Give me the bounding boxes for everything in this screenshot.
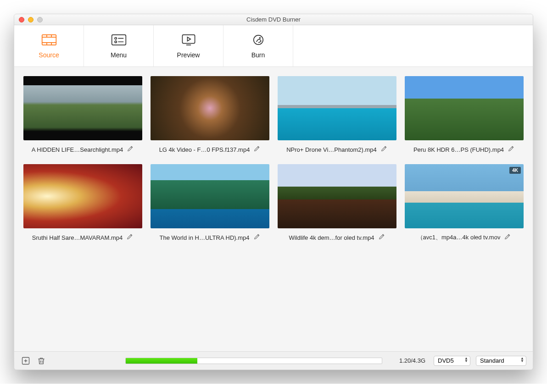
svg-marker-13 <box>187 37 190 41</box>
disc-type-select[interactable]: DVD5 ▲▼ <box>434 356 470 366</box>
video-filename: Peru 8K HDR 6…PS (FUHD).mp4 <box>413 146 504 153</box>
video-thumbnail[interactable] <box>405 76 524 140</box>
video-thumbnail[interactable] <box>151 164 269 228</box>
quality-select[interactable]: Standard ▲▼ <box>476 356 526 366</box>
video-grid: A HIDDEN LIFE…Searchlight.mp4LG 4k Video… <box>23 76 524 244</box>
video-filename: Sruthi Half Sare…MAVARAM.mp4 <box>32 234 123 241</box>
video-filename: NPro+ Drone Vi…Phantom2).mp4 <box>286 146 377 153</box>
video-filename: The World in H…ULTRA HD).mp4 <box>159 234 249 241</box>
quality-value: Standard <box>480 357 504 364</box>
menu-icon <box>111 33 127 48</box>
titlebar: Cisdem DVD Burner <box>14 14 533 25</box>
edit-icon[interactable] <box>253 233 261 242</box>
edit-icon[interactable] <box>504 233 511 242</box>
tab-preview[interactable]: Preview <box>154 25 223 66</box>
label-row: Wildlife 4k dem…for oled tv.mp4 <box>278 228 396 244</box>
edit-icon[interactable] <box>253 145 261 154</box>
preview-icon <box>181 33 196 48</box>
svg-rect-7 <box>112 34 126 44</box>
video-item: Wildlife 4k dem…for oled tv.mp4 <box>278 164 396 244</box>
video-item: A HIDDEN LIFE…Searchlight.mp4 <box>23 76 142 156</box>
video-thumbnail[interactable] <box>23 76 142 140</box>
tab-burn[interactable]: Burn <box>223 25 293 66</box>
resolution-badge: 4K <box>509 167 521 174</box>
svg-point-15 <box>253 35 262 44</box>
label-row: LG 4k Video - F…0 FPS.f137.mp4 <box>151 140 269 156</box>
label-row: Peru 8K HDR 6…PS (FUHD).mp4 <box>405 140 524 156</box>
edit-icon[interactable] <box>378 233 385 242</box>
video-thumbnail[interactable] <box>278 76 396 140</box>
app-window: Cisdem DVD Burner SourceMenuPreviewBurn … <box>14 14 533 370</box>
label-row: （avc1、mp4a…4k oled tv.mov <box>405 228 524 244</box>
video-filename: Wildlife 4k dem…for oled tv.mp4 <box>289 234 374 241</box>
video-item: Peru 8K HDR 6…PS (FUHD).mp4 <box>405 76 524 156</box>
label-row: NPro+ Drone Vi…Phantom2).mp4 <box>278 140 396 156</box>
video-item: Sruthi Half Sare…MAVARAM.mp4 <box>23 164 142 244</box>
video-thumbnail[interactable]: 4K <box>405 164 524 228</box>
svg-rect-0 <box>42 34 56 44</box>
size-text: 1.20/4.3G <box>399 357 425 364</box>
tab-label: Menu <box>111 51 127 59</box>
tab-label: Source <box>39 51 59 59</box>
add-button[interactable] <box>21 356 31 366</box>
video-item: The World in H…ULTRA HD).mp4 <box>151 164 269 244</box>
svg-point-16 <box>259 37 260 38</box>
svg-rect-12 <box>182 34 195 43</box>
edit-icon[interactable] <box>126 233 134 242</box>
disc-type-value: DVD5 <box>438 357 454 364</box>
video-filename: A HIDDEN LIFE…Searchlight.mp4 <box>32 146 123 153</box>
tab-source[interactable]: Source <box>14 25 84 66</box>
svg-point-8 <box>115 37 117 39</box>
video-filename: LG 4k Video - F…0 FPS.f137.mp4 <box>159 146 250 153</box>
stepper-arrows-icon: ▲▼ <box>464 357 468 363</box>
tab-label: Burn <box>251 51 265 59</box>
delete-button[interactable] <box>36 356 46 366</box>
video-item: NPro+ Drone Vi…Phantom2).mp4 <box>278 76 396 156</box>
footer-bar: 1.20/4.3G DVD5 ▲▼ Standard ▲▼ <box>14 351 533 370</box>
edit-icon[interactable] <box>508 145 515 154</box>
content-area: A HIDDEN LIFE…Searchlight.mp4LG 4k Video… <box>14 67 533 351</box>
size-progress-fill <box>126 358 197 364</box>
tab-menu[interactable]: Menu <box>84 25 154 66</box>
edit-icon[interactable] <box>380 145 388 154</box>
film-icon <box>41 33 57 48</box>
svg-point-9 <box>115 41 117 43</box>
tab-label: Preview <box>177 51 200 59</box>
stepper-arrows-icon: ▲▼ <box>520 357 524 363</box>
edit-icon[interactable] <box>127 145 134 154</box>
size-progress <box>125 358 382 364</box>
video-thumbnail[interactable] <box>151 76 269 140</box>
label-row: Sruthi Half Sare…MAVARAM.mp4 <box>23 228 142 244</box>
window-title: Cisdem DVD Burner <box>14 16 533 23</box>
video-thumbnail[interactable] <box>23 164 142 228</box>
label-row: The World in H…ULTRA HD).mp4 <box>151 228 269 244</box>
video-thumbnail[interactable] <box>278 164 396 228</box>
tab-bar: SourceMenuPreviewBurn <box>14 25 533 67</box>
video-filename: （avc1、mp4a…4k oled tv.mov <box>417 233 501 242</box>
label-row: A HIDDEN LIFE…Searchlight.mp4 <box>23 140 142 156</box>
burn-icon <box>251 33 266 48</box>
video-item: 4K（avc1、mp4a…4k oled tv.mov <box>405 164 524 244</box>
video-item: LG 4k Video - F…0 FPS.f137.mp4 <box>151 76 269 156</box>
